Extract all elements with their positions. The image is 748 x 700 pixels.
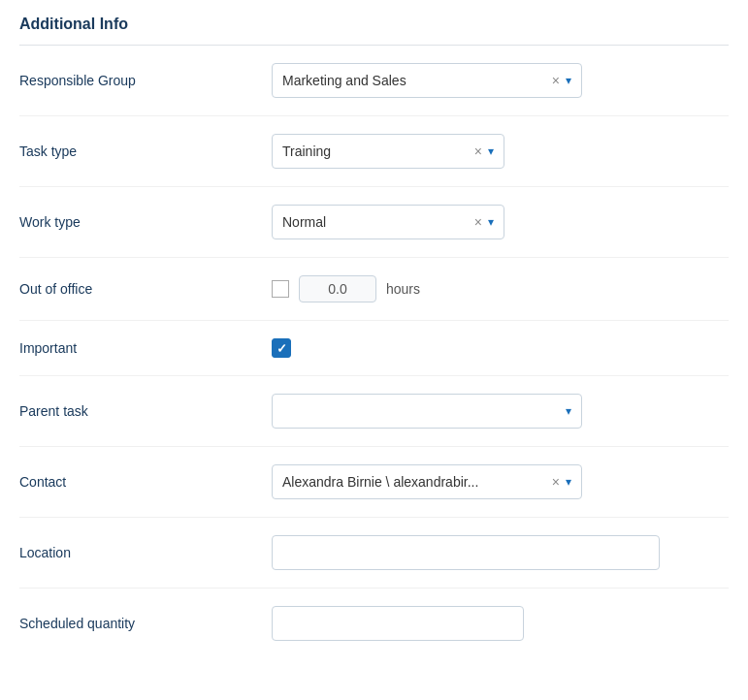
work-type-clear-icon[interactable]: × [474,215,482,229]
work-type-control: Normal × ▾ [272,205,729,239]
work-type-label: Work type [19,214,272,230]
responsible-group-label: Responsible Group [19,73,272,88]
out-of-office-control: hours [272,275,729,302]
location-label: Location [19,545,272,560]
responsible-group-row: Responsible Group Marketing and Sales × … [19,46,729,116]
task-type-clear-icon[interactable]: × [474,144,482,158]
task-type-row: Task type Training × ▾ [19,116,729,187]
task-type-value: Training [282,143,467,159]
out-of-office-hours-input[interactable] [299,275,376,302]
work-type-actions: × ▾ [474,215,494,229]
contact-row: Contact Alexandra Birnie \ alexandrabir.… [19,447,729,518]
contact-label: Contact [19,474,272,490]
contact-select[interactable]: Alexandra Birnie \ alexandrabir... × ▾ [272,464,582,499]
parent-task-chevron-icon[interactable]: ▾ [566,404,571,418]
section-title: Additional Info [19,16,729,46]
out-of-office-checkbox[interactable] [272,280,289,298]
responsible-group-control: Marketing and Sales × ▾ [272,63,729,98]
responsible-group-chevron-icon[interactable]: ▾ [566,74,571,87]
parent-task-actions: ▾ [566,404,571,418]
parent-task-row: Parent task ▾ [19,376,729,447]
task-type-label: Task type [19,143,272,159]
additional-info-panel: Additional Info Responsible Group Market… [0,0,748,674]
task-type-select[interactable]: Training × ▾ [272,134,504,169]
work-type-chevron-icon[interactable]: ▾ [488,215,494,229]
responsible-group-select[interactable]: Marketing and Sales × ▾ [272,63,582,98]
contact-chevron-icon[interactable]: ▾ [566,475,571,489]
hours-label: hours [386,281,420,297]
task-type-control: Training × ▾ [272,134,729,169]
location-input[interactable] [272,535,660,570]
scheduled-quantity-input[interactable] [272,606,524,641]
contact-actions: × ▾ [552,475,571,489]
task-type-chevron-icon[interactable]: ▾ [488,144,494,158]
important-checkbox[interactable] [272,338,291,358]
contact-clear-icon[interactable]: × [552,475,560,489]
location-row: Location [19,518,729,589]
contact-value: Alexandra Birnie \ alexandrabir... [282,474,544,490]
work-type-row: Work type Normal × ▾ [19,187,729,258]
responsible-group-clear-icon[interactable]: × [552,74,560,87]
work-type-value: Normal [282,214,467,230]
important-control [272,338,729,358]
parent-task-select[interactable]: ▾ [272,394,582,429]
out-of-office-row: Out of office hours [19,258,729,321]
responsible-group-actions: × ▾ [552,74,571,87]
parent-task-label: Parent task [19,403,272,419]
important-row: Important [19,321,729,376]
work-type-select[interactable]: Normal × ▾ [272,205,504,239]
responsible-group-value: Marketing and Sales [282,73,544,88]
important-label: Important [19,340,272,356]
scheduled-quantity-control [272,606,729,641]
scheduled-quantity-label: Scheduled quantity [19,616,272,631]
contact-control: Alexandra Birnie \ alexandrabir... × ▾ [272,464,729,499]
parent-task-control: ▾ [272,394,729,429]
location-control [272,535,729,570]
scheduled-quantity-row: Scheduled quantity [19,589,729,658]
out-of-office-label: Out of office [19,281,272,297]
task-type-actions: × ▾ [474,144,494,158]
out-of-office-inner: hours [272,275,729,302]
